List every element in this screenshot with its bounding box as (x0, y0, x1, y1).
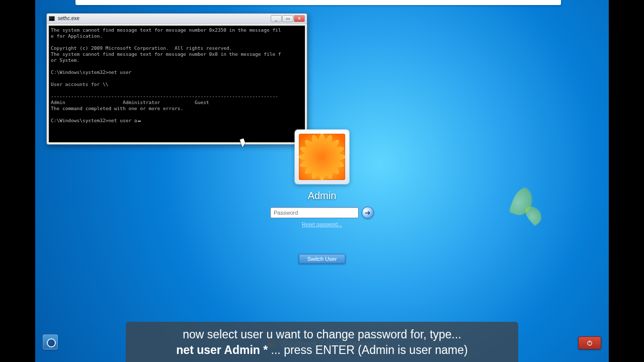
cmd-text: The system cannot find message text for … (51, 27, 281, 123)
cmd-output[interactable]: The system cannot find message text for … (49, 26, 305, 142)
power-icon (586, 339, 593, 346)
close-button[interactable]: ✕ (294, 15, 305, 22)
maximize-button[interactable]: ▭ (282, 15, 293, 22)
user-avatar[interactable] (295, 130, 349, 184)
cmd-icon (49, 16, 55, 21)
flower-icon (299, 134, 345, 180)
switch-user-button[interactable]: Switch User (299, 254, 346, 264)
power-button[interactable] (578, 336, 601, 349)
cmd-title: sethc.exe (58, 16, 271, 21)
username-label: Admin (270, 190, 374, 202)
minimize-button[interactable]: _ (271, 15, 282, 22)
mouse-pointer-icon (241, 139, 246, 146)
caption-bold: net user Admin * (176, 343, 268, 356)
caption-line1: now select user u want to change passwor… (183, 328, 461, 341)
cmd-window[interactable]: sethc.exe _ ▭ ✕ The system cannot find m… (46, 13, 307, 145)
caption-line2: ... press ENTER (Admin is user name) (268, 343, 468, 356)
password-input[interactable] (270, 207, 359, 218)
letterbox-right (609, 0, 644, 362)
reset-password-link[interactable]: Reset password... (270, 222, 374, 227)
login-screen: sethc.exe _ ▭ ✕ The system cannot find m… (35, 0, 609, 362)
submit-button[interactable]: ➔ (362, 207, 374, 219)
cursor-icon (138, 121, 141, 122)
ease-of-access-button[interactable] (43, 334, 58, 349)
subtitle-caption: now select user u want to change passwor… (126, 322, 518, 362)
login-panel: Admin ➔ Reset password... (270, 130, 374, 227)
top-white-bar (75, 0, 561, 5)
cmd-titlebar[interactable]: sethc.exe _ ▭ ✕ (47, 14, 307, 24)
letterbox-left (0, 0, 35, 362)
